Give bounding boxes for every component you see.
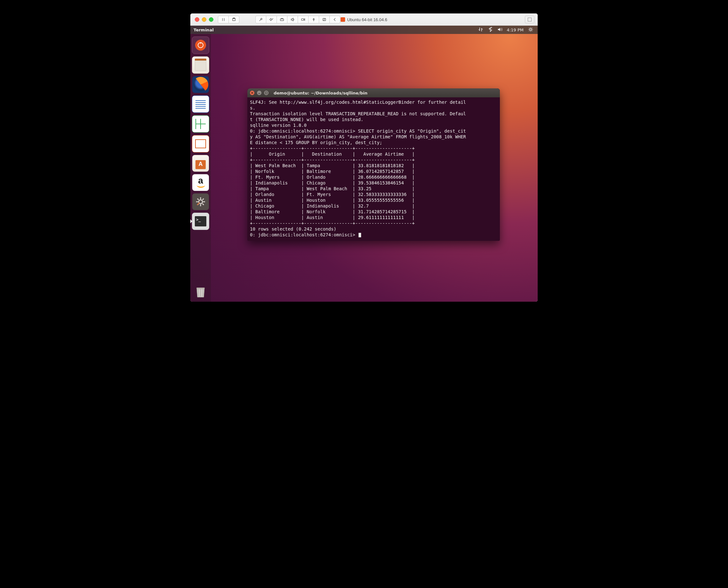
menubar-clock[interactable]: 4:19 PM bbox=[507, 27, 524, 32]
terminal-maximize-button[interactable] bbox=[264, 91, 268, 95]
vmware-device-toolbar bbox=[256, 16, 340, 23]
launcher-amazon[interactable] bbox=[192, 174, 209, 191]
mac-zoom-button[interactable] bbox=[209, 17, 214, 22]
vmware-sound-icon[interactable] bbox=[287, 16, 298, 23]
launcher-files[interactable] bbox=[192, 56, 209, 74]
launcher-libreoffice-calc[interactable] bbox=[192, 115, 209, 132]
vmware-title-text: Ubuntu 64-bit 16.04.6 bbox=[347, 17, 387, 22]
launcher-libreoffice-impress[interactable] bbox=[192, 135, 209, 152]
ubuntu-desktop: Terminal 4:19 PM bbox=[190, 26, 538, 302]
launcher-ubuntu-software[interactable] bbox=[192, 155, 209, 172]
svg-rect-7 bbox=[197, 288, 205, 289]
terminal-titlebar[interactable]: demo@ubuntu: ~/Downloads/sqlline/bin bbox=[247, 88, 500, 97]
launcher-terminal[interactable] bbox=[192, 213, 209, 230]
network-indicator-icon[interactable] bbox=[478, 27, 483, 33]
vmware-title: Ubuntu 64-bit 16.04.6 bbox=[190, 17, 538, 22]
terminal-title: demo@ubuntu: ~/Downloads/sqlline/bin bbox=[274, 91, 367, 96]
vmware-back-icon[interactable] bbox=[330, 16, 340, 23]
mac-close-button[interactable] bbox=[195, 17, 199, 22]
mac-traffic-lights bbox=[195, 17, 214, 22]
menubar-app-name: Terminal bbox=[194, 27, 214, 32]
vmware-titlebar: Ubuntu 64-bit 16.04.6 bbox=[190, 14, 538, 26]
terminal-cursor bbox=[359, 233, 361, 237]
gear-indicator-icon[interactable] bbox=[528, 27, 533, 33]
terminal-body[interactable]: SLF4J: See http://www.slf4j.org/codes.ht… bbox=[247, 97, 500, 241]
vmware-usb-icon[interactable] bbox=[308, 16, 319, 23]
terminal-minimize-button[interactable] bbox=[257, 91, 261, 95]
launcher-trash[interactable] bbox=[192, 284, 209, 300]
vmware-pause-button[interactable] bbox=[218, 16, 229, 23]
vmware-shared-icon[interactable] bbox=[319, 16, 330, 23]
svg-rect-3 bbox=[302, 19, 304, 20]
ubuntu-app-icon bbox=[341, 17, 345, 22]
menubar-tray: 4:19 PM bbox=[478, 27, 533, 33]
ubuntu-launcher bbox=[190, 34, 211, 302]
terminal-window[interactable]: demo@ubuntu: ~/Downloads/sqlline/bin SLF… bbox=[247, 88, 500, 241]
svg-rect-2 bbox=[280, 19, 284, 21]
launcher-dash[interactable] bbox=[192, 37, 209, 54]
vmware-snapshot-button[interactable] bbox=[229, 16, 239, 23]
svg-point-5 bbox=[530, 28, 531, 30]
bluetooth-indicator-icon[interactable] bbox=[488, 27, 493, 33]
vmware-camera-icon[interactable] bbox=[298, 16, 308, 23]
vmware-window: Ubuntu 64-bit 16.04.6 Terminal bbox=[190, 14, 538, 302]
terminal-close-button[interactable] bbox=[250, 91, 255, 95]
volume-indicator-icon[interactable] bbox=[497, 27, 502, 33]
ubuntu-menubar: Terminal 4:19 PM bbox=[190, 26, 538, 34]
launcher-libreoffice-writer[interactable] bbox=[192, 96, 209, 113]
vmware-hdd-icon[interactable] bbox=[277, 16, 287, 23]
launcher-system-settings[interactable] bbox=[192, 193, 209, 210]
svg-rect-8 bbox=[265, 92, 267, 94]
vmware-network-icon[interactable] bbox=[266, 16, 277, 23]
launcher-firefox[interactable] bbox=[192, 76, 209, 93]
vmware-tools-icon[interactable] bbox=[256, 16, 266, 23]
mac-minimize-button[interactable] bbox=[202, 17, 206, 22]
vmware-fullscreen-button[interactable] bbox=[525, 16, 534, 23]
vmware-seg-pause-snapshot bbox=[218, 16, 239, 23]
